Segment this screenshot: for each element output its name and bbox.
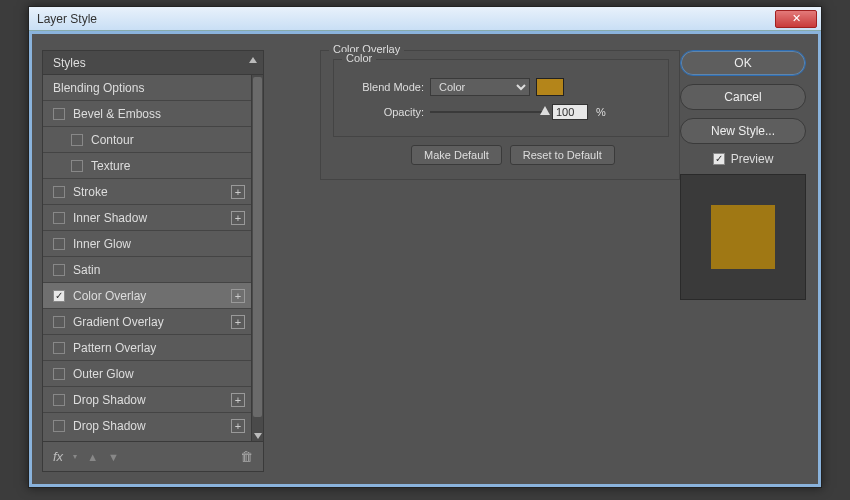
scrollbar-thumb[interactable] [253, 77, 262, 417]
style-item-drop-shadow[interactable]: Drop Shadow+ [43, 387, 251, 413]
style-item-label: Gradient Overlay [73, 315, 231, 329]
opacity-label: Opacity: [352, 106, 424, 118]
move-up-icon[interactable]: ▲ [87, 451, 98, 463]
style-item-label: Inner Glow [73, 237, 245, 251]
checkbox[interactable] [71, 134, 83, 146]
fx-icon[interactable]: fx [53, 449, 63, 464]
style-item-label: Inner Shadow [73, 211, 231, 225]
slider-handle-icon[interactable] [540, 106, 550, 115]
add-effect-icon[interactable]: + [231, 419, 245, 433]
opacity-row: Opacity: % [352, 104, 606, 120]
styles-header-label: Styles [53, 56, 86, 70]
move-down-icon[interactable]: ▼ [108, 451, 119, 463]
style-item-blending-options[interactable]: Blending Options [43, 75, 251, 101]
style-item-outer-glow[interactable]: Outer Glow [43, 361, 251, 387]
new-style-button[interactable]: New Style... [680, 118, 806, 144]
checkbox[interactable] [53, 368, 65, 380]
checkbox[interactable] [53, 394, 65, 406]
color-swatch[interactable] [536, 78, 564, 96]
opacity-input[interactable] [552, 104, 588, 120]
chevron-up-icon [249, 57, 257, 63]
checkbox[interactable] [53, 342, 65, 354]
preview-swatch [711, 205, 775, 269]
style-item-inner-glow[interactable]: Inner Glow [43, 231, 251, 257]
make-default-button[interactable]: Make Default [411, 145, 502, 165]
style-item-label: Pattern Overlay [73, 341, 245, 355]
checkbox[interactable] [53, 238, 65, 250]
styles-scroll-area: Blending OptionsBevel & EmbossContourTex… [43, 75, 263, 441]
right-panel: OK Cancel New Style... Preview [680, 50, 806, 300]
ok-button[interactable]: OK [680, 50, 806, 76]
add-effect-icon[interactable]: + [231, 211, 245, 225]
dialog-title: Layer Style [37, 12, 775, 26]
add-effect-icon[interactable]: + [231, 185, 245, 199]
default-buttons: Make Default Reset to Default [411, 145, 615, 165]
style-item-label: Drop Shadow [73, 393, 231, 407]
style-item-stroke[interactable]: Stroke+ [43, 179, 251, 205]
preview-toggle[interactable]: Preview [680, 152, 806, 166]
style-item-label: Blending Options [53, 81, 245, 95]
checkbox[interactable] [53, 186, 65, 198]
preview-checkbox[interactable] [713, 153, 725, 165]
opacity-slider[interactable] [430, 105, 546, 119]
style-item-label: Color Overlay [73, 289, 231, 303]
checkbox[interactable] [53, 316, 65, 328]
opacity-unit: % [596, 106, 606, 118]
styles-header[interactable]: Styles [43, 51, 263, 75]
style-item-pattern-overlay[interactable]: Pattern Overlay [43, 335, 251, 361]
blend-mode-label: Blend Mode: [352, 81, 424, 93]
close-button[interactable]: ✕ [775, 10, 817, 28]
style-item-label: Outer Glow [73, 367, 245, 381]
style-item-label: Contour [91, 133, 245, 147]
preview-box [680, 174, 806, 300]
chevron-down-icon[interactable] [254, 433, 262, 439]
style-item-label: Drop Shadow [73, 419, 231, 433]
style-item-label: Texture [91, 159, 245, 173]
style-item-contour[interactable]: Contour [43, 127, 251, 153]
blend-mode-select[interactable]: Color [430, 78, 530, 96]
add-effect-icon[interactable]: + [231, 315, 245, 329]
titlebar[interactable]: Layer Style ✕ [29, 7, 821, 31]
style-item-label: Satin [73, 263, 245, 277]
style-item-label: Bevel & Emboss [73, 107, 245, 121]
inner-title: Color [342, 52, 376, 64]
styles-panel: Styles Blending OptionsBevel & EmbossCon… [42, 50, 264, 472]
trash-icon[interactable]: 🗑 [240, 449, 253, 464]
preview-label: Preview [731, 152, 774, 166]
scrollbar[interactable] [251, 75, 263, 441]
color-group: Color Blend Mode: Color Opacity: [333, 59, 669, 137]
checkbox[interactable] [53, 212, 65, 224]
add-effect-icon[interactable]: + [231, 289, 245, 303]
style-item-label: Stroke [73, 185, 231, 199]
blend-mode-row: Blend Mode: Color [352, 78, 564, 96]
checkbox[interactable] [71, 160, 83, 172]
reset-default-button[interactable]: Reset to Default [510, 145, 615, 165]
checkbox[interactable] [53, 420, 65, 432]
checkbox[interactable] [53, 290, 65, 302]
style-item-color-overlay[interactable]: Color Overlay+ [43, 283, 251, 309]
add-effect-icon[interactable]: + [231, 393, 245, 407]
fx-chevron-icon: ▾ [73, 452, 77, 461]
styles-footer: fx ▾ ▲ ▼ 🗑 [43, 441, 263, 471]
dialog-body: Styles Blending OptionsBevel & EmbossCon… [29, 31, 821, 487]
style-item-inner-shadow[interactable]: Inner Shadow+ [43, 205, 251, 231]
style-item-satin[interactable]: Satin [43, 257, 251, 283]
cancel-button[interactable]: Cancel [680, 84, 806, 110]
checkbox[interactable] [53, 264, 65, 276]
style-item-bevel-emboss[interactable]: Bevel & Emboss [43, 101, 251, 127]
style-item-gradient-overlay[interactable]: Gradient Overlay+ [43, 309, 251, 335]
style-item-texture[interactable]: Texture [43, 153, 251, 179]
checkbox[interactable] [53, 108, 65, 120]
settings-panel: Color Overlay Color Blend Mode: Color Op… [272, 50, 622, 472]
color-overlay-group: Color Overlay Color Blend Mode: Color Op… [320, 50, 680, 180]
style-item-drop-shadow[interactable]: Drop Shadow+ [43, 413, 251, 439]
layer-style-dialog: Layer Style ✕ Styles Blending OptionsBev… [28, 6, 822, 488]
